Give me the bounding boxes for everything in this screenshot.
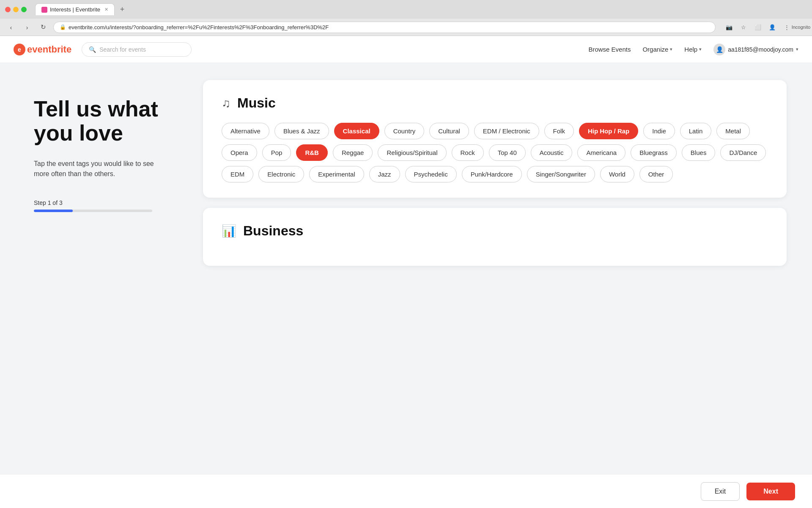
tag-reggae[interactable]: Reggae [333, 144, 373, 161]
browser-window-controls [5, 7, 27, 12]
left-panel: Tell us what you love Tap the event tags… [0, 63, 195, 508]
organize-chevron: ▾ [670, 47, 672, 52]
search-placeholder: Search for events [99, 46, 146, 53]
nav-right: Browse Events Organize ▾ Help ▾ 👤 aa181f… [588, 44, 798, 55]
active-tab[interactable]: Interests | Eventbrite ✕ [35, 3, 115, 15]
tag-latin[interactable]: Latin [680, 123, 712, 139]
music-category-title: Music [237, 95, 276, 111]
tag-religious-spiritual[interactable]: Religious/Spiritual [378, 144, 446, 161]
tag-world[interactable]: World [600, 166, 634, 182]
browser-chrome: Interests | Eventbrite ✕ + ‹ › ↻ 🔒 event… [0, 0, 812, 36]
business-category-title: Business [243, 223, 303, 239]
browser-menu-icon[interactable]: ⋮ [781, 21, 793, 33]
music-tags-grid: AlternativeBlues & JazzClassicalCountryC… [222, 123, 768, 182]
user-menu[interactable]: 👤 aa181f85@moodjoy.com ▾ [713, 44, 798, 55]
tag-blues[interactable]: Blues [682, 144, 716, 161]
user-chevron: ▾ [796, 47, 798, 52]
browser-titlebar: Interests | Eventbrite ✕ + [0, 0, 812, 19]
next-button[interactable]: Next [746, 483, 795, 500]
music-icon: ♫ [222, 97, 230, 110]
tag-classical[interactable]: Classical [334, 123, 379, 139]
tag-edm---electronic[interactable]: EDM / Electronic [474, 123, 539, 139]
tag-opera[interactable]: Opera [222, 144, 257, 161]
forward-button[interactable]: › [21, 21, 33, 33]
browser-toolbar-actions: 📷 ☆ ⬜ 👤 ⋮ Incognito [723, 21, 807, 33]
tab-close-button[interactable]: ✕ [104, 7, 108, 12]
tag-alternative[interactable]: Alternative [222, 123, 269, 139]
tab-favicon [41, 7, 47, 13]
tag-metal[interactable]: Metal [716, 123, 750, 139]
tag-bluegrass[interactable]: Bluegrass [631, 144, 677, 161]
tag-psychedelic[interactable]: Psychedelic [405, 166, 457, 182]
business-category-header: 📊 Business [222, 223, 768, 239]
tag-cultural[interactable]: Cultural [429, 123, 469, 139]
back-button[interactable]: ‹ [5, 21, 17, 33]
tag-experimental[interactable]: Experimental [309, 166, 364, 182]
step-label: Step 1 of 3 [34, 199, 169, 206]
content-panel: ♫ Music AlternativeBlues & JazzClassical… [195, 63, 812, 508]
tag-acoustic[interactable]: Acoustic [531, 144, 573, 161]
help-link[interactable]: Help ▾ [684, 46, 702, 53]
music-category-header: ♫ Music [222, 95, 768, 111]
music-category-card: ♫ Music AlternativeBlues & JazzClassical… [203, 80, 787, 198]
tag-r-b[interactable]: R&B [296, 144, 328, 161]
search-bar[interactable]: 🔍 Search for events [82, 42, 192, 57]
tag-electronic[interactable]: Electronic [258, 166, 304, 182]
tag-hip-hop---rap[interactable]: Hip Hop / Rap [579, 123, 638, 139]
help-chevron: ▾ [699, 47, 702, 52]
step-progress-fill [34, 210, 73, 212]
user-avatar: 👤 [713, 44, 725, 55]
tag-americana[interactable]: Americana [577, 144, 625, 161]
tag-indie[interactable]: Indie [643, 123, 675, 139]
business-icon: 📊 [222, 224, 236, 238]
reload-button[interactable]: ↻ [37, 21, 49, 33]
business-category-card: 📊 Business [203, 208, 787, 266]
address-bar[interactable]: 🔒 eventbrite.com/u/interests/?onboarding… [53, 22, 716, 33]
tag-edm[interactable]: EDM [222, 166, 253, 182]
tag-singer-songwriter[interactable]: Singer/Songwriter [527, 166, 595, 182]
tag-blues---jazz[interactable]: Blues & Jazz [274, 123, 329, 139]
logo-text: eventbrite [27, 44, 71, 55]
incognito-label: Incognito [795, 21, 807, 33]
close-window-button[interactable] [5, 7, 11, 12]
tag-top-40[interactable]: Top 40 [489, 144, 526, 161]
tag-dj-dance[interactable]: DJ/Dance [720, 144, 766, 161]
logo-icon: e [14, 44, 25, 55]
bottom-action-bar: Exit Next [0, 474, 812, 508]
exit-button[interactable]: Exit [701, 482, 740, 501]
page-heading: Tell us what you love [34, 97, 169, 145]
new-tab-button[interactable]: + [116, 3, 128, 15]
eventbrite-logo[interactable]: e eventbrite [14, 44, 71, 55]
page-description: Tap the event tags you would like to see… [34, 159, 169, 179]
tag-pop[interactable]: Pop [262, 144, 291, 161]
browser-tabs: Interests | Eventbrite ✕ + [35, 3, 128, 15]
tab-title: Interests | Eventbrite [50, 6, 100, 13]
tag-punk-hardcore[interactable]: Punk/Hardcore [462, 166, 522, 182]
camera-off-icon[interactable]: 📷 [723, 21, 735, 33]
search-icon: 🔍 [89, 46, 96, 53]
maximize-window-button[interactable] [21, 7, 27, 12]
tag-jazz[interactable]: Jazz [369, 166, 400, 182]
step-progress-bar [34, 210, 152, 212]
browser-extensions-icon[interactable]: ⬜ [752, 21, 764, 33]
organize-link[interactable]: Organize ▾ [642, 46, 672, 53]
profile-icon[interactable]: 👤 [766, 21, 778, 33]
tag-rock[interactable]: Rock [452, 144, 484, 161]
tag-other[interactable]: Other [639, 166, 673, 182]
user-email: aa181f85@moodjoy.com [728, 46, 793, 53]
tag-country[interactable]: Country [384, 123, 425, 139]
lock-icon: 🔒 [60, 24, 66, 30]
bookmark-icon[interactable]: ☆ [738, 21, 749, 33]
browser-addressbar: ‹ › ↻ 🔒 eventbrite.com/u/interests/?onbo… [0, 19, 812, 36]
main-navigation: e eventbrite 🔍 Search for events Browse … [0, 36, 812, 63]
minimize-window-button[interactable] [13, 7, 19, 12]
tag-folk[interactable]: Folk [544, 123, 574, 139]
browse-events-link[interactable]: Browse Events [588, 46, 631, 53]
page-layout: Tell us what you love Tap the event tags… [0, 63, 812, 508]
url-text: eventbrite.com/u/interests/?onboarding_r… [69, 24, 329, 30]
